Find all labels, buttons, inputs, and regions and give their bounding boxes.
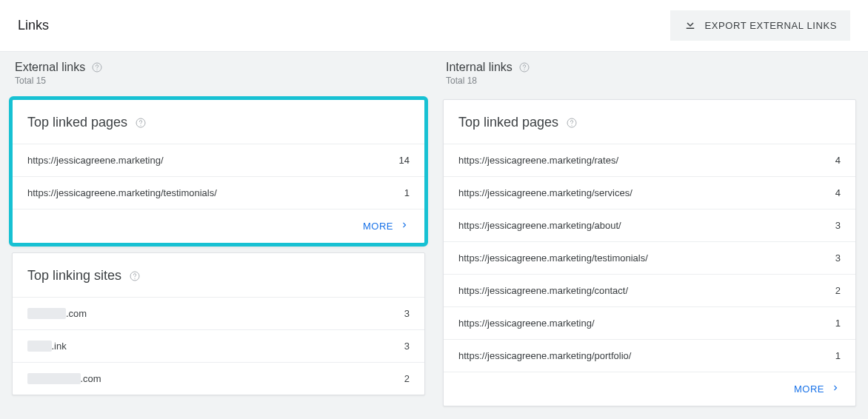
table-row[interactable]: xxxxxxxx.com 3 bbox=[13, 297, 424, 329]
more-label: MORE bbox=[794, 383, 824, 395]
export-external-links-button[interactable]: EXPORT EXTERNAL LINKS bbox=[670, 10, 850, 41]
help-icon[interactable] bbox=[566, 117, 578, 129]
table-row[interactable]: xxxxxxxxxxx.com 2 bbox=[13, 362, 424, 395]
content-area: External links Total 15 Top linked pages… bbox=[0, 51, 868, 419]
help-icon[interactable] bbox=[135, 117, 147, 129]
row-count: 1 bbox=[395, 187, 410, 198]
table-row[interactable]: https://jessicagreene.marketing/testimon… bbox=[444, 241, 855, 274]
table-row[interactable]: https://jessicagreene.marketing/ 1 bbox=[444, 306, 855, 339]
table-row[interactable]: https://jessicagreene.marketing/contact/… bbox=[444, 274, 855, 306]
internal-links-column: Internal links Total 18 Top linked pages… bbox=[443, 58, 856, 419]
export-button-label: EXPORT EXTERNAL LINKS bbox=[704, 20, 837, 31]
row-url: https://jessicagreene.marketing/services… bbox=[458, 187, 827, 198]
card-title: Top linked pages bbox=[458, 115, 558, 130]
row-count: 4 bbox=[827, 155, 841, 166]
page-header: Links EXPORT EXTERNAL LINKS bbox=[0, 0, 868, 51]
internal-section-header: Internal links Total 18 bbox=[443, 58, 856, 90]
row-url: xxxxxxxxxxx.com bbox=[27, 373, 395, 384]
more-button[interactable]: MORE bbox=[444, 372, 855, 406]
row-count: 3 bbox=[827, 220, 841, 231]
row-count: 2 bbox=[827, 285, 841, 296]
row-url: https://jessicagreene.marketing/contact/ bbox=[458, 285, 827, 296]
table-row[interactable]: xxxxx.ink 3 bbox=[13, 329, 424, 362]
external-links-column: External links Total 15 Top linked pages… bbox=[12, 58, 425, 419]
row-url: https://jessicagreene.marketing/portfoli… bbox=[458, 350, 827, 361]
redacted-text: xxxxx bbox=[27, 341, 52, 352]
row-url: https://jessicagreene.marketing/testimon… bbox=[27, 187, 395, 198]
table-row[interactable]: https://jessicagreene.marketing/portfoli… bbox=[444, 339, 855, 372]
download-icon bbox=[684, 18, 697, 33]
row-count: 1 bbox=[827, 318, 841, 329]
more-button[interactable]: MORE bbox=[13, 209, 424, 243]
help-icon[interactable] bbox=[518, 61, 530, 73]
table-row[interactable]: https://jessicagreene.marketing/about/ 3 bbox=[444, 209, 855, 241]
internal-top-linked-pages-card: Top linked pages https://jessicagreene.m… bbox=[443, 99, 856, 406]
row-count: 3 bbox=[395, 308, 410, 319]
redacted-text: xxxxxxxxxxx bbox=[27, 373, 81, 384]
redacted-text: xxxxxxxx bbox=[27, 308, 66, 319]
page-title: Links bbox=[18, 18, 49, 33]
svg-point-9 bbox=[572, 124, 572, 125]
more-label: MORE bbox=[363, 221, 393, 232]
top-linking-sites-card: Top linking sites xxxxxxxx.com 3 xxxxx.i… bbox=[12, 252, 425, 395]
help-icon[interactable] bbox=[129, 270, 141, 282]
card-title: Top linking sites bbox=[27, 268, 121, 284]
card-title: Top linked pages bbox=[27, 115, 127, 130]
row-url: https://jessicagreene.marketing/rates/ bbox=[458, 155, 827, 166]
chevron-right-icon bbox=[399, 220, 410, 232]
row-url: https://jessicagreene.marketing/ bbox=[27, 155, 390, 166]
svg-point-3 bbox=[141, 124, 141, 125]
external-section-header: External links Total 15 bbox=[12, 58, 425, 90]
external-total: Total 15 bbox=[15, 76, 422, 86]
svg-point-5 bbox=[135, 278, 136, 278]
row-url: xxxxxxxx.com bbox=[27, 308, 395, 319]
help-icon[interactable] bbox=[91, 61, 103, 73]
external-top-linked-pages-card: Top linked pages https://jessicagreene.m… bbox=[12, 99, 425, 244]
internal-total: Total 18 bbox=[446, 76, 853, 86]
row-count: 4 bbox=[827, 187, 841, 198]
row-url: https://jessicagreene.marketing/about/ bbox=[458, 220, 827, 231]
svg-point-1 bbox=[97, 70, 98, 70]
chevron-right-icon bbox=[830, 383, 841, 395]
row-url: xxxxx.ink bbox=[27, 341, 395, 352]
row-count: 3 bbox=[395, 341, 410, 352]
row-count: 1 bbox=[827, 350, 841, 361]
table-row[interactable]: https://jessicagreene.marketing/ 14 bbox=[13, 144, 424, 176]
row-url: https://jessicagreene.marketing/testimon… bbox=[458, 252, 827, 264]
table-row[interactable]: https://jessicagreene.marketing/services… bbox=[444, 176, 855, 209]
row-url: https://jessicagreene.marketing/ bbox=[458, 318, 827, 329]
table-row[interactable]: https://jessicagreene.marketing/testimon… bbox=[13, 176, 424, 209]
svg-point-7 bbox=[524, 70, 524, 70]
row-count: 3 bbox=[827, 252, 841, 264]
row-count: 14 bbox=[390, 155, 410, 166]
row-count: 2 bbox=[395, 373, 410, 384]
external-section-title: External links bbox=[15, 61, 85, 74]
table-row[interactable]: https://jessicagreene.marketing/rates/ 4 bbox=[444, 144, 855, 176]
internal-section-title: Internal links bbox=[446, 61, 513, 74]
